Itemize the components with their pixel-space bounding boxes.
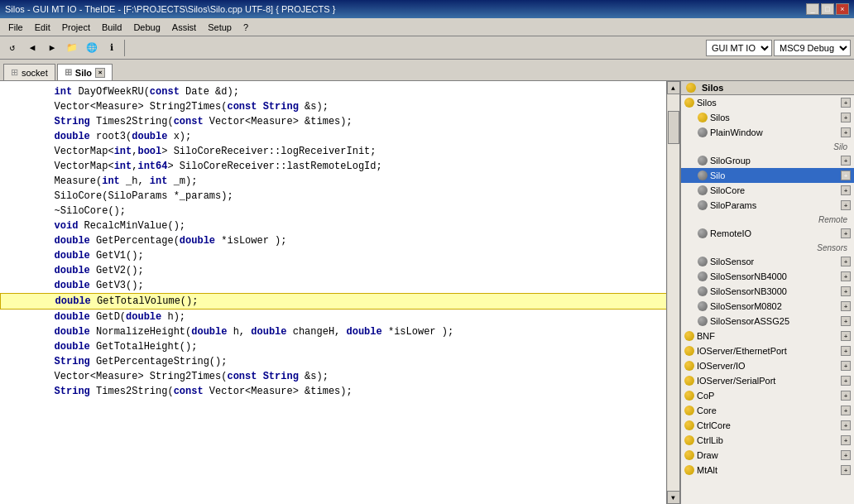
tree-item[interactable]: PlainWindow+ bbox=[681, 125, 854, 140]
config-select[interactable]: MSC9 Debug bbox=[774, 40, 851, 56]
code-line[interactable]: Vector<Measure> String2Times(const Strin… bbox=[0, 369, 679, 384]
menu-help[interactable]: ? bbox=[238, 21, 253, 34]
tree-item-add-btn[interactable]: + bbox=[841, 301, 851, 311]
code-line[interactable]: Measure(int _h, int _m); bbox=[0, 174, 679, 189]
gold-circle-icon bbox=[684, 331, 694, 341]
code-line[interactable]: int DayOfWeekRU(const Date &d); bbox=[0, 84, 679, 99]
tree-item[interactable]: SiloSensorASSG25+ bbox=[681, 314, 854, 329]
toolbar-info-btn[interactable]: ℹ bbox=[103, 39, 121, 57]
tree-item[interactable]: MtAlt+ bbox=[681, 463, 854, 478]
code-line[interactable]: String Times2String(const Vector<Measure… bbox=[0, 384, 679, 399]
code-line[interactable]: double GetPercentage(double *isLower ); bbox=[0, 233, 679, 248]
tree-item[interactable]: CtrlLib+ bbox=[681, 433, 854, 448]
project-select[interactable]: GUI MT IO bbox=[706, 40, 772, 56]
menu-project[interactable]: Project bbox=[57, 21, 95, 34]
scroll-up-btn[interactable]: ▲ bbox=[667, 81, 680, 94]
tree-item[interactable]: SiloCore+ bbox=[681, 183, 854, 198]
tree-item-add-btn[interactable]: + bbox=[841, 257, 851, 266]
tree-item[interactable]: Draw+ bbox=[681, 448, 854, 463]
code-line[interactable]: double GetTotalVolume(); bbox=[0, 293, 679, 310]
tree-item[interactable]: SiloSensorM0802+ bbox=[681, 299, 854, 314]
tree-item-add-btn[interactable]: + bbox=[841, 465, 851, 475]
minimize-button[interactable]: _ bbox=[806, 3, 819, 15]
code-line[interactable]: void RecalcMinValue(); bbox=[0, 218, 679, 233]
close-button[interactable]: × bbox=[836, 3, 849, 15]
tree-item[interactable]: IOServer/SerialPort+ bbox=[681, 373, 854, 388]
tree-item[interactable]: SiloGroup+ bbox=[681, 153, 854, 168]
tree-item-add-btn[interactable]: + bbox=[841, 331, 851, 341]
tab-silo-close[interactable]: × bbox=[95, 68, 105, 78]
menu-edit[interactable]: Edit bbox=[30, 21, 55, 34]
tree-item-add-btn[interactable]: + bbox=[841, 200, 851, 210]
tree-item-add-btn[interactable]: + bbox=[841, 420, 851, 430]
code-line[interactable]: double GetV1(); bbox=[0, 248, 679, 263]
tree-item[interactable]: CoP+ bbox=[681, 388, 854, 403]
code-line[interactable]: ~SiloCore(); bbox=[0, 204, 679, 218]
tree-item-add-btn[interactable]: + bbox=[841, 391, 851, 401]
scroll-thumb[interactable] bbox=[668, 111, 679, 144]
tree-item[interactable]: SiloParams+ bbox=[681, 198, 854, 213]
code-line[interactable]: SiloCore(SiloParams *_params); bbox=[0, 189, 679, 204]
toolbar-back-btn[interactable]: ◀ bbox=[23, 39, 41, 57]
toolbar-globe-btn[interactable]: 🌐 bbox=[83, 39, 101, 57]
tree-item[interactable]: Core+ bbox=[681, 403, 854, 418]
menu-assist[interactable]: Assist bbox=[167, 21, 201, 34]
tree-item-add-btn[interactable]: + bbox=[841, 450, 851, 460]
tree-item[interactable]: CtrlCore+ bbox=[681, 418, 854, 433]
tree-item[interactable]: SiloSensorNB4000+ bbox=[681, 269, 854, 284]
toolbar-folder-btn[interactable]: 📁 bbox=[63, 39, 81, 57]
title-controls[interactable]: _ □ × bbox=[806, 3, 849, 15]
tree-item-add-btn[interactable]: + bbox=[841, 286, 851, 296]
tree-item[interactable]: IOServer/IO+ bbox=[681, 358, 854, 373]
code-line[interactable]: double root3(double x); bbox=[0, 129, 679, 144]
tree-item-add-btn[interactable]: + bbox=[841, 185, 851, 195]
tree-item-add-btn[interactable]: + bbox=[841, 361, 851, 371]
tree-item[interactable]: Silos+ bbox=[681, 110, 854, 125]
menu-setup[interactable]: Setup bbox=[203, 21, 237, 34]
tree-item[interactable]: IOServer/EthernetPort+ bbox=[681, 343, 854, 358]
editor-scrollbar[interactable]: ▲ ▼ bbox=[666, 81, 679, 504]
code-line[interactable]: VectorMap<int,int64> SiloCoreReceiver::l… bbox=[0, 159, 679, 174]
toolbar-refresh-btn[interactable]: ↺ bbox=[3, 39, 22, 57]
tree-item-add-btn[interactable]: + bbox=[841, 406, 851, 415]
code-line[interactable]: double GetTotalHeight(); bbox=[0, 339, 679, 354]
tree-item-add-btn[interactable]: + bbox=[841, 346, 851, 356]
tree-content[interactable]: Silos+Silos+PlainWindow+SiloSiloGroup+Si… bbox=[681, 95, 854, 504]
code-line[interactable]: String Times2String(const Vector<Measure… bbox=[0, 114, 679, 129]
tree-item-add-btn[interactable]: + bbox=[841, 435, 851, 445]
code-line-text: double GetV2(); bbox=[7, 263, 673, 278]
tree-item-add-btn[interactable]: + bbox=[841, 170, 851, 180]
maximize-button[interactable]: □ bbox=[821, 3, 834, 15]
tree-item-add-btn[interactable]: + bbox=[841, 156, 851, 166]
tree-item-add-btn[interactable]: + bbox=[841, 127, 851, 137]
tree-item[interactable]: Silos+ bbox=[681, 95, 854, 110]
tree-item-add-btn[interactable]: + bbox=[841, 271, 851, 281]
tree-item-add-btn[interactable]: + bbox=[841, 113, 851, 122]
code-line[interactable]: String GetPercentageString(); bbox=[0, 354, 679, 369]
code-editor[interactable]: int DayOfWeekRU(const Date &d); Vector<M… bbox=[0, 81, 680, 504]
code-line[interactable]: double GetV3(); bbox=[0, 278, 679, 293]
code-line[interactable]: VectorMap<int,bool> SiloCoreReceiver::lo… bbox=[0, 144, 679, 159]
code-line[interactable]: double GetV2(); bbox=[0, 263, 679, 278]
tree-item[interactable]: SiloSensorNB3000+ bbox=[681, 284, 854, 299]
tree-item[interactable]: RemoteIO+ bbox=[681, 226, 854, 241]
code-line[interactable]: Vector<Measure> String2Times(const Strin… bbox=[0, 99, 679, 114]
code-line[interactable]: double GetD(double h); bbox=[0, 310, 679, 324]
tree-item[interactable]: BNF+ bbox=[681, 329, 854, 343]
tree-item[interactable]: SiloSensor+ bbox=[681, 254, 854, 269]
toolbar-fwd-btn[interactable]: ▶ bbox=[43, 39, 61, 57]
code-line[interactable]: double NormalizeHeight(double h, double … bbox=[0, 324, 679, 339]
tab-silo-label: Silo bbox=[75, 68, 92, 78]
tree-item[interactable]: Silo+ bbox=[681, 168, 854, 183]
scroll-track[interactable] bbox=[668, 94, 679, 491]
tab-silo[interactable]: ⊞ Silo × bbox=[57, 64, 113, 80]
tree-item-add-btn[interactable]: + bbox=[841, 228, 851, 238]
menu-debug[interactable]: Debug bbox=[128, 21, 165, 34]
scroll-down-btn[interactable]: ▼ bbox=[667, 491, 680, 504]
menu-build[interactable]: Build bbox=[97, 21, 127, 34]
tab-socket[interactable]: ⊞ socket bbox=[3, 64, 55, 80]
tree-item-add-btn[interactable]: + bbox=[841, 376, 851, 386]
tree-item-add-btn[interactable]: + bbox=[841, 98, 851, 108]
menu-file[interactable]: File bbox=[3, 21, 28, 34]
tree-item-add-btn[interactable]: + bbox=[841, 316, 851, 326]
